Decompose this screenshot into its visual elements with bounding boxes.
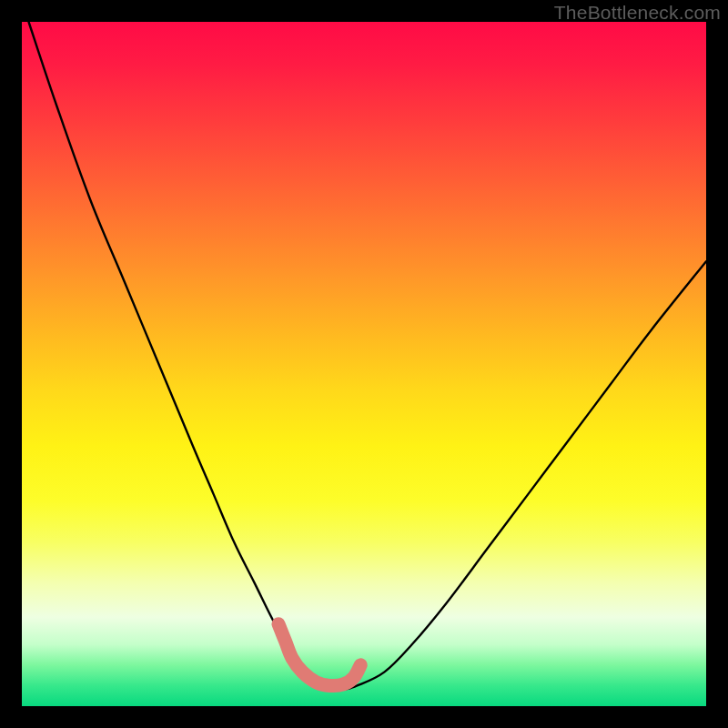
plot-area [22, 22, 706, 706]
chart-svg [22, 22, 706, 706]
bottleneck-curve [29, 22, 706, 689]
valley-highlight [278, 624, 360, 686]
watermark-text: TheBottleneck.com [554, 2, 721, 24]
outer-frame: TheBottleneck.com [0, 0, 728, 728]
